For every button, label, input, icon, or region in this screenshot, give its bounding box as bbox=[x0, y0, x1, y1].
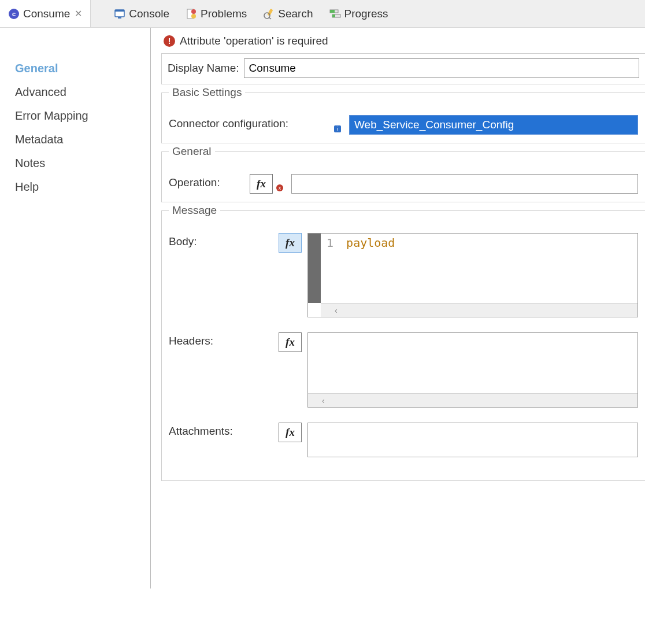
attachments-editor[interactable] bbox=[307, 423, 638, 457]
headers-label: Headers: bbox=[169, 332, 273, 347]
body-editor[interactable]: 1 payload ‹ bbox=[307, 233, 638, 317]
basic-settings-group: Basic Settings Connector configuration: … bbox=[161, 92, 645, 143]
body-h-scrollbar[interactable]: ‹ bbox=[321, 303, 637, 317]
vertical-separator bbox=[150, 28, 151, 589]
sidebar-item-label: Notes bbox=[15, 157, 45, 169]
body-fx-button[interactable]: fx bbox=[279, 233, 302, 253]
progress-icon bbox=[329, 8, 341, 20]
sidebar-item-metadata[interactable]: Metadata bbox=[15, 128, 150, 151]
svg-rect-12 bbox=[330, 10, 335, 13]
svg-rect-4 bbox=[118, 17, 121, 18]
operation-label: Operation: bbox=[169, 174, 244, 189]
tab-problems-label: Problems bbox=[201, 8, 247, 20]
headers-fx-button[interactable]: fx bbox=[279, 332, 302, 352]
info-badge-icon: i bbox=[334, 125, 341, 132]
body-label: Body: bbox=[169, 233, 273, 248]
svg-point-6 bbox=[191, 9, 196, 14]
body-editor-line: 1 payload bbox=[321, 234, 401, 303]
headers-h-scrollbar[interactable]: ‹ bbox=[308, 393, 637, 407]
general-group: General Operation: fx x bbox=[161, 151, 645, 202]
tab-consume[interactable]: c Consume ✕ bbox=[0, 0, 91, 27]
connector-config-value: Web_Service_Consumer_Config bbox=[354, 119, 514, 131]
fx-icon: fx bbox=[286, 336, 295, 349]
line-number: 1 bbox=[327, 236, 333, 250]
sidebar-item-label: Help bbox=[15, 180, 39, 193]
connector-config-label: Connector configuration: bbox=[169, 115, 331, 130]
body-code-text: payload bbox=[346, 236, 395, 250]
consume-icon: c bbox=[8, 8, 20, 20]
editor-gutter bbox=[308, 234, 321, 303]
tab-consume-label: Consume bbox=[23, 8, 70, 20]
svg-line-10 bbox=[269, 17, 271, 19]
properties-sidebar: General Advanced Error Mapping Metadata … bbox=[0, 28, 150, 644]
tab-search-label: Search bbox=[278, 8, 313, 20]
view-tab-bar: c Consume ✕ Console Problems Search Prog… bbox=[0, 0, 645, 28]
svg-point-7 bbox=[191, 14, 196, 18]
tab-console[interactable]: Console bbox=[106, 0, 177, 27]
attachments-fx-button[interactable]: fx bbox=[279, 423, 302, 442]
tab-progress[interactable]: Progress bbox=[321, 0, 396, 27]
sidebar-item-label: General bbox=[15, 62, 58, 75]
validation-error: ! Attribute 'operation' is required bbox=[164, 35, 645, 47]
tab-progress-label: Progress bbox=[344, 8, 388, 20]
sidebar-item-label: Metadata bbox=[15, 133, 63, 146]
operation-fx-button[interactable]: fx bbox=[250, 174, 273, 194]
fx-icon: fx bbox=[257, 177, 266, 190]
sidebar-item-general[interactable]: General bbox=[15, 57, 150, 80]
sidebar-item-error-mapping[interactable]: Error Mapping bbox=[15, 104, 150, 128]
console-icon bbox=[114, 8, 125, 20]
sidebar-item-advanced[interactable]: Advanced bbox=[15, 80, 150, 104]
general-legend: General bbox=[169, 145, 215, 158]
error-icon: ! bbox=[164, 35, 175, 47]
connector-config-dropdown[interactable]: Web_Service_Consumer_Config bbox=[349, 115, 638, 135]
sidebar-item-label: Error Mapping bbox=[15, 109, 88, 122]
svg-rect-3 bbox=[115, 10, 124, 12]
attachments-label: Attachments: bbox=[169, 423, 273, 438]
display-name-input[interactable] bbox=[244, 58, 639, 78]
tab-console-label: Console bbox=[129, 8, 169, 20]
problems-icon bbox=[186, 8, 197, 20]
operation-input[interactable] bbox=[291, 174, 638, 194]
message-legend: Message bbox=[169, 204, 220, 217]
close-icon[interactable]: ✕ bbox=[75, 8, 82, 19]
svg-text:c: c bbox=[12, 10, 16, 17]
sidebar-item-notes[interactable]: Notes bbox=[15, 151, 150, 175]
basic-settings-legend: Basic Settings bbox=[169, 86, 245, 99]
error-badge-icon: x bbox=[276, 184, 283, 191]
sidebar-item-label: Advanced bbox=[15, 86, 66, 98]
display-name-label: Display Name: bbox=[168, 62, 239, 75]
headers-editor[interactable]: ‹ bbox=[307, 332, 638, 408]
search-icon bbox=[263, 8, 275, 20]
fx-icon: fx bbox=[286, 426, 295, 439]
display-name-row: Display Name: bbox=[161, 53, 645, 84]
tab-problems[interactable]: Problems bbox=[177, 0, 255, 27]
properties-main: ! Attribute 'operation' is required Disp… bbox=[161, 28, 645, 644]
message-group: Message Body: fx 1 payload ‹ bbox=[161, 210, 645, 481]
sidebar-item-help[interactable]: Help bbox=[15, 175, 150, 199]
svg-rect-14 bbox=[332, 14, 335, 17]
fx-icon: fx bbox=[286, 236, 295, 249]
tab-search[interactable]: Search bbox=[255, 0, 321, 27]
error-text: Attribute 'operation' is required bbox=[180, 35, 328, 47]
